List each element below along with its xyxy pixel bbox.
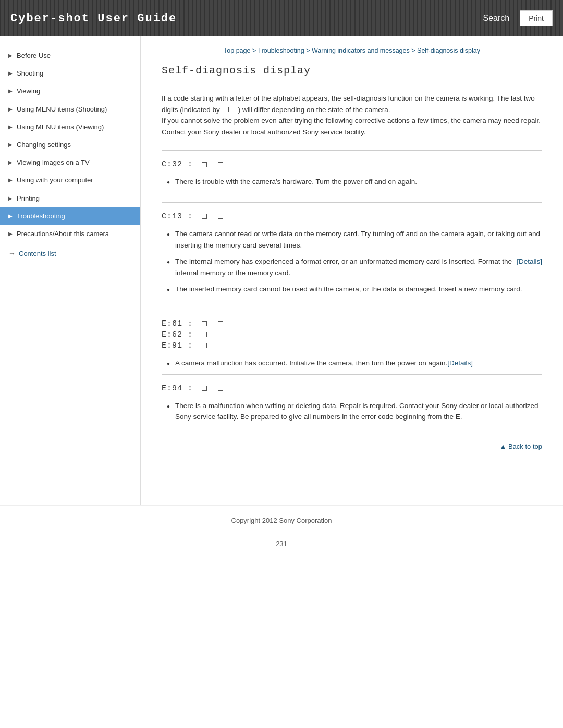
arrow-icon: ▶ <box>8 88 13 95</box>
intro-line1: If a code starting with a letter of the … <box>162 93 542 115</box>
bullet-text: There is trouble with the camera's hardw… <box>175 176 417 188</box>
arrow-icon: ▶ <box>8 70 13 77</box>
sidebar-item-before-use[interactable]: ▶ Before Use <box>0 47 140 65</box>
list-item: A camera malfunction has occurred. Initi… <box>162 357 542 369</box>
square-icon <box>202 332 207 337</box>
search-button[interactable]: Search <box>478 11 515 26</box>
section-e94: E:94 : There is a malfunction when writi… <box>162 374 542 437</box>
arrow-icon: ▶ <box>8 124 13 131</box>
sidebar-item-computer[interactable]: ▶ Using with your computer <box>0 171 140 189</box>
section-e91-title: E:91 : <box>162 341 542 350</box>
square-icon <box>218 162 223 167</box>
sidebar-item-label: Shooting <box>17 69 43 78</box>
sidebar-item-viewing[interactable]: ▶ Viewing <box>0 82 140 100</box>
breadcrumb-warning[interactable]: Warning indicators and messages <box>312 47 410 54</box>
copyright-text: Copyright 2012 Sony Corporation <box>231 516 332 524</box>
page-layout: ▶ Before Use ▶ Shooting ▶ Viewing ▶ Usin… <box>0 36 563 505</box>
arrow-icon: ▶ <box>8 141 13 149</box>
breadcrumb-top[interactable]: Top page <box>224 47 250 54</box>
breadcrumb-troubleshooting[interactable]: Troubleshooting <box>258 47 304 54</box>
square-icon <box>218 214 223 219</box>
sidebar-item-printing[interactable]: ▶ Printing <box>0 190 140 207</box>
sidebar-item-menu-viewing[interactable]: ▶ Using MENU items (Viewing) <box>0 118 140 136</box>
arrow-right-icon: → <box>8 249 16 257</box>
c32-bullets: There is trouble with the camera's hardw… <box>162 176 542 188</box>
sidebar: ▶ Before Use ▶ Shooting ▶ Viewing ▶ Usin… <box>0 36 141 505</box>
bullet-text: The inserted memory card cannot be used … <box>175 283 522 295</box>
print-button[interactable]: Print <box>520 10 553 26</box>
list-item: The inserted memory card cannot be used … <box>162 283 542 295</box>
list-item: The camera cannot read or write data on … <box>162 228 542 251</box>
back-to-top-link[interactable]: ▲ Back to top <box>162 437 542 455</box>
square-icon <box>202 343 207 348</box>
section-c32: C:32 : There is trouble with the camera'… <box>162 150 542 202</box>
details-link[interactable]: [Details] <box>517 256 542 267</box>
main-content: Top page > Troubleshooting > Warning ind… <box>141 36 563 505</box>
square-icon <box>202 162 207 167</box>
sidebar-item-label: Changing settings <box>17 140 71 150</box>
square-icon <box>218 321 223 326</box>
sidebar-item-changing-settings[interactable]: ▶ Changing settings <box>0 136 140 154</box>
breadcrumb-current: Self-diagnosis display <box>417 47 480 54</box>
section-e61-title: E:61 : <box>162 319 542 328</box>
square-icon <box>218 343 223 348</box>
section-c13: C:13 : The camera cannot read or write d… <box>162 202 542 310</box>
sidebar-item-label: Using with your computer <box>17 176 93 185</box>
contents-list-label: Contents list <box>19 250 56 257</box>
bullet-text: There is a malfunction when writing or d… <box>175 400 542 423</box>
breadcrumb-sep2: > <box>306 47 312 54</box>
sidebar-item-label: Precautions/About this camera <box>17 229 109 239</box>
app-title: Cyber-shot User Guide <box>10 12 177 25</box>
header: Cyber-shot User Guide Search Print <box>0 0 563 36</box>
footer: Copyright 2012 Sony Corporation <box>0 505 563 535</box>
e-titles: E:61 : E:62 : E:91 : <box>162 319 542 350</box>
intro-text: If a code starting with a letter of the … <box>162 93 542 138</box>
sidebar-item-label: Viewing images on a TV <box>17 158 90 167</box>
section-e62-title: E:62 : <box>162 330 542 339</box>
page-title: Self-diagnosis display <box>162 65 542 82</box>
sidebar-item-menu-shooting[interactable]: ▶ Using MENU items (Shooting) <box>0 101 140 118</box>
section-c13-title: C:13 : <box>162 212 542 221</box>
list-item: There is trouble with the camera's hardw… <box>162 176 542 188</box>
breadcrumb: Top page > Troubleshooting > Warning ind… <box>162 47 542 54</box>
page-number: 231 <box>0 535 563 553</box>
header-actions: Search Print <box>478 10 553 26</box>
arrow-icon: ▶ <box>8 159 13 166</box>
c13-bullets: The camera cannot read or write data on … <box>162 228 542 295</box>
sidebar-item-label: Before Use <box>17 51 51 60</box>
list-item: There is a malfunction when writing or d… <box>162 400 542 423</box>
section-e94-title: E:94 : <box>162 384 542 393</box>
sidebar-item-troubleshooting[interactable]: ▶ Troubleshooting <box>0 207 140 225</box>
bullet-text: A camera malfunction has occurred. Initi… <box>175 357 447 369</box>
bullet-text: The internal memory has experienced a fo… <box>175 256 517 278</box>
sidebar-item-label: Viewing <box>17 87 40 96</box>
square-icon <box>218 332 223 337</box>
breadcrumb-sep1: > <box>252 47 258 54</box>
square-icon <box>202 386 207 391</box>
section-c32-title: C:32 : <box>162 160 542 169</box>
sidebar-item-label: Using MENU items (Shooting) <box>17 105 107 114</box>
sidebar-item-label: Printing <box>17 194 40 203</box>
contents-list-link[interactable]: → Contents list <box>0 243 140 264</box>
arrow-icon: ▶ <box>8 52 13 59</box>
square-icon <box>202 321 207 326</box>
arrow-icon: ▶ <box>8 195 13 202</box>
e94-bullets: There is a malfunction when writing or d… <box>162 400 542 423</box>
sidebar-item-precautions[interactable]: ▶ Precautions/About this camera <box>0 225 140 243</box>
intro-line3: Contact your Sony dealer or local author… <box>162 127 542 138</box>
bullet-text: The camera cannot read or write data on … <box>175 228 542 251</box>
sidebar-item-label: Troubleshooting <box>17 212 65 221</box>
arrow-icon: ▶ <box>8 230 13 238</box>
sidebar-item-viewing-tv[interactable]: ▶ Viewing images on a TV <box>0 154 140 171</box>
square-icon <box>218 386 223 391</box>
e61-bullets: A camera malfunction has occurred. Initi… <box>162 357 542 369</box>
arrow-icon: ▶ <box>8 213 13 220</box>
list-item: The internal memory has experienced a fo… <box>162 256 542 278</box>
details-link[interactable]: [Details] <box>447 357 473 369</box>
arrow-icon: ▶ <box>8 106 13 113</box>
breadcrumb-sep3: > <box>411 47 417 54</box>
sidebar-item-label: Using MENU items (Viewing) <box>17 122 104 132</box>
arrow-icon: ▶ <box>8 177 13 184</box>
sidebar-item-shooting[interactable]: ▶ Shooting <box>0 65 140 82</box>
section-e61-62-91: E:61 : E:62 : E:91 : A camera malfunctio… <box>162 310 542 369</box>
